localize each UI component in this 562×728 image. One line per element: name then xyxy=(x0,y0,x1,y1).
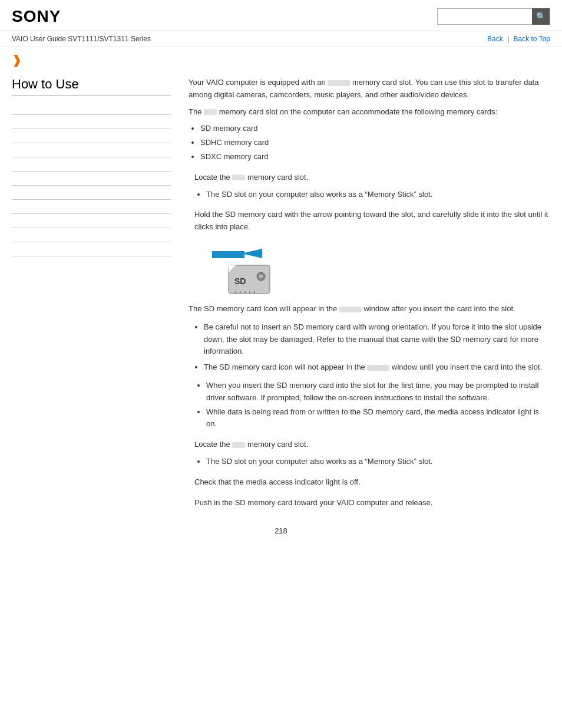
hint-list: When you insert the SD memory card into … xyxy=(206,380,550,430)
sd-card-svg: SD xyxy=(206,243,283,296)
after-insert-paragraph: The SD memory card icon will appear in t… xyxy=(189,303,550,315)
arrow-head xyxy=(242,249,262,258)
sd-label: SD xyxy=(234,276,246,286)
page-header: SONY 🔍 xyxy=(0,0,562,31)
sidebar-item-5[interactable] xyxy=(12,157,171,172)
remove-step-1-text: Locate the memory card slot. xyxy=(194,439,550,451)
step-2-text: Hold the SD memory card with the arrow p… xyxy=(194,209,550,233)
main-layout: How to Use Your VAIO computer is equippe… xyxy=(0,71,562,515)
note-item-1: Be careful not to insert an SD memory ca… xyxy=(204,321,550,358)
sidebar: How to Use xyxy=(12,71,183,515)
main-content: Your VAIO computer is equipped with an m… xyxy=(183,71,550,515)
sidebar-item-4[interactable] xyxy=(12,143,171,157)
sidebar-item-7[interactable] xyxy=(12,186,171,200)
remove-step-2-text: Check that the media access indicator li… xyxy=(194,476,550,489)
guide-title: VAIO User Guide SVT1111/SVT1311 Series xyxy=(12,35,151,43)
nav-links: Back | Back to Top xyxy=(487,35,550,43)
note-item-2: The SD memory card icon will not appear … xyxy=(204,361,550,374)
step-2-block: Hold the SD memory card with the arrow p… xyxy=(189,209,550,233)
arrow-body xyxy=(212,251,244,258)
sidebar-item-2[interactable] xyxy=(12,115,171,129)
gap-1 xyxy=(328,80,350,86)
step-1-notes: The SD slot on your computer also works … xyxy=(206,189,550,201)
sidebar-item-8[interactable] xyxy=(12,200,171,214)
note-list: Be careful not to insert an SD memory ca… xyxy=(204,321,550,374)
back-to-top-link[interactable]: Back to Top xyxy=(514,35,550,43)
notes-block: Be careful not to insert an SD memory ca… xyxy=(189,321,550,374)
step-1-note: The SD slot on your computer also works … xyxy=(206,189,550,201)
gap-6 xyxy=(232,442,245,448)
list-item-sdxc: SDXC memory card xyxy=(200,151,550,163)
step-1-block: Locate the memory card slot. The SD slot… xyxy=(189,172,550,201)
remove-step-1-notes: The SD slot on your computer also works … xyxy=(206,456,550,468)
intro-paragraph-2: The memory card slot on the computer can… xyxy=(189,106,550,118)
list-item-sd: SD memory card xyxy=(200,123,550,135)
memory-card-list: SD memory card SDHC memory card SDXC mem… xyxy=(200,123,550,163)
search-container: 🔍 xyxy=(437,8,550,25)
sony-logo: SONY xyxy=(12,7,61,26)
search-input[interactable] xyxy=(438,9,532,24)
hints-block: When you insert the SD memory card into … xyxy=(189,380,550,430)
separator: | xyxy=(507,35,509,43)
sidebar-item-9[interactable] xyxy=(12,214,171,228)
step-1-text: Locate the memory card slot. xyxy=(194,172,550,184)
sidebar-item-11[interactable] xyxy=(12,242,171,256)
sd-card-illustration: SD xyxy=(206,243,277,296)
sidebar-title: How to Use xyxy=(12,77,171,96)
sidebar-item-6[interactable] xyxy=(12,172,171,186)
remove-step-3-text: Push in the SD memory card toward your V… xyxy=(194,497,550,509)
sidebar-item-3[interactable] xyxy=(12,129,171,143)
gap-5 xyxy=(367,365,389,371)
chevron-right-icon: ❱ xyxy=(12,54,22,67)
gap-4 xyxy=(339,307,362,312)
search-button[interactable]: 🔍 xyxy=(532,8,550,25)
list-item-sdhc: SDHC memory card xyxy=(200,137,550,149)
sd-circle-inner xyxy=(259,275,263,278)
remove-step-1-block: Locate the memory card slot. The SD slot… xyxy=(189,439,550,468)
gap-3 xyxy=(232,174,245,180)
remove-step-3-block: Push in the SD memory card toward your V… xyxy=(189,497,550,509)
hint-item-2: While data is being read from or written… xyxy=(206,406,550,431)
page-number: 218 xyxy=(0,526,562,547)
back-link[interactable]: Back xyxy=(487,35,503,43)
remove-step-2-block: Check that the media access indicator li… xyxy=(189,476,550,489)
sidebar-item-10[interactable] xyxy=(12,228,171,242)
remove-step-1-note: The SD slot on your computer also works … xyxy=(206,456,550,468)
sidebar-item-1[interactable] xyxy=(12,101,171,115)
breadcrumb-area: ❱ xyxy=(0,47,562,71)
sub-header: VAIO User Guide SVT1111/SVT1311 Series B… xyxy=(0,31,562,47)
intro-paragraph-1: Your VAIO computer is equipped with an m… xyxy=(189,77,550,101)
gap-2 xyxy=(204,109,217,115)
hint-item-1: When you insert the SD memory card into … xyxy=(206,380,550,404)
